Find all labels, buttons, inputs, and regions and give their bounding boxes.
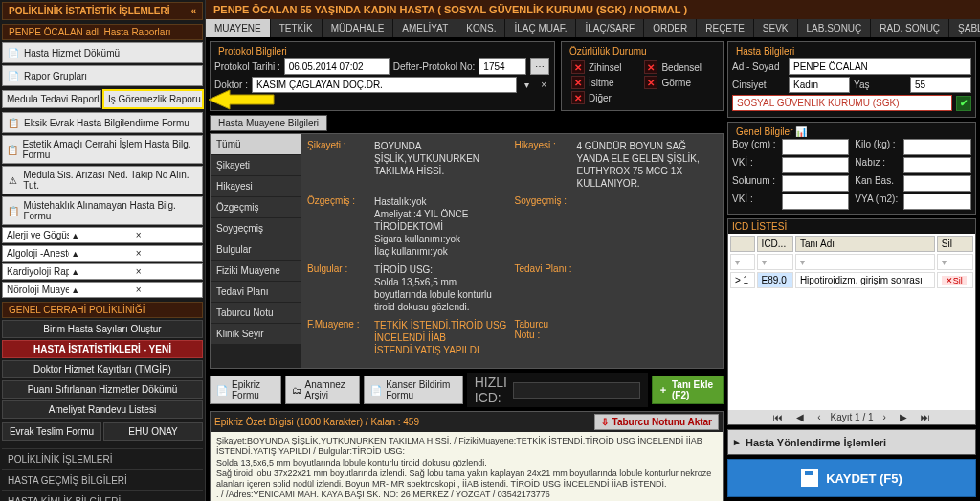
icd-filter[interactable]: ▾ [937, 254, 973, 270]
doktor-input[interactable] [252, 77, 517, 93]
vya-input[interactable] [903, 194, 971, 210]
ozurluluk-bedensel[interactable]: ✕Bedensel [644, 60, 713, 74]
tab-ilasarf[interactable]: İLAÇ/SARF [576, 19, 644, 37]
kilo-input[interactable] [903, 139, 971, 155]
muayene-tab-7[interactable]: Tedavi Planı [211, 282, 301, 303]
tab-mdahale[interactable]: MÜDAHALE [323, 19, 394, 37]
close-icon[interactable]: × [136, 266, 198, 277]
ozurluluk-zihinsel[interactable]: ✕Zihinsel [571, 60, 633, 74]
puani-sifirlanan-button[interactable]: Puanı Sıfırlanan Hizmetler Dökümü [2, 380, 203, 399]
collapse-icon[interactable]: « [190, 6, 196, 16]
protokol-tarih-input[interactable] [284, 58, 390, 75]
tab-tetkik[interactable]: TETKİK [271, 19, 323, 37]
icd-col[interactable]: Sil [937, 236, 973, 252]
muayene-tab-2[interactable]: Hikayesi [211, 176, 301, 197]
muayene-tab-1[interactable]: Şikayeti [211, 155, 301, 176]
mustehak-button[interactable]: 📋Müstehaklık Alınamayan Hasta Bilg. Form… [2, 196, 203, 225]
epikriz-formu-button[interactable]: 📄Epikriz Formu [210, 376, 281, 404]
tab-order[interactable]: ORDER [644, 19, 697, 37]
tab-radsonu[interactable]: RAD. SONUÇ [871, 19, 949, 37]
algoloji-combo[interactable]: Algoloji -Anestezi Polikliniği Formları▲… [2, 245, 203, 262]
nav-hasta-kimlik[interactable]: HASTA KİMLİK BİLGİLERİ [2, 490, 203, 501]
medula-tedavi-button[interactable]: Medula Tedavi Raporları [2, 90, 101, 108]
kurum-input[interactable] [732, 95, 952, 111]
tab-sevk[interactable]: SEVK [754, 19, 798, 37]
kanser-bildirim-button[interactable]: 📄Kanser Bildirim Formu [364, 376, 463, 404]
vki-input[interactable] [782, 157, 850, 173]
icd-filter[interactable]: ▾ [730, 254, 755, 270]
muayene-tab-3[interactable]: Özgeçmiş [211, 197, 301, 218]
pager-next-icon[interactable]: ▶ [896, 412, 911, 422]
close-icon[interactable]: × [136, 230, 198, 240]
pager-last-icon[interactable]: ⏭ [917, 412, 934, 422]
defter-lookup-button[interactable]: ⋯ [530, 58, 549, 75]
vki2-input[interactable] [782, 194, 850, 210]
boy-input[interactable] [782, 139, 850, 155]
icd-pager[interactable]: ⏮ ◀ ‹ Kayıt 1 / 1 › ▶ ⏭ [728, 410, 975, 424]
alerji-combo[interactable]: Alerji ve Gögüs Hastalıkları (Prick) Tes… [2, 227, 203, 243]
birim-hasta-button[interactable]: Birim Hasta Sayıları Oluştur [2, 320, 203, 338]
muayene-tab-4[interactable]: Soygeçmiş [211, 218, 301, 239]
hasta-hizmet-dokumu-button[interactable]: 📄Hasta Hizmet Dökümü [2, 42, 203, 63]
close-icon[interactable]: × [136, 248, 198, 259]
tani-ekle-button[interactable]: ＋Tanı Ekle (F2) [652, 376, 724, 404]
close-icon[interactable]: × [136, 285, 198, 295]
tab-muayene[interactable]: MUAYENE [206, 19, 271, 37]
epikriz-body[interactable]: Şikayet:BOYUNDA ŞİŞLİK,YUTKUNURKEN TAKIL… [211, 432, 723, 501]
kanbas-input[interactable] [903, 175, 971, 192]
tab-ilamuaf[interactable]: İLAÇ MUAF. [505, 19, 576, 37]
kaydet-button[interactable]: KAYDET (F5) [727, 459, 976, 497]
ameliyat-randevu-button[interactable]: Ameliyat Randevu Listesi [2, 400, 203, 419]
icd-col[interactable]: Tanı Adı [795, 236, 935, 252]
eksik-evrak-button[interactable]: 📋Eksik Evrak Hasta Bilgilendirme Formu [2, 112, 203, 133]
ad-soyad-input[interactable] [789, 58, 971, 75]
nav-poliklinik[interactable]: POLİKLİNİK İŞLEMLERİ [2, 448, 203, 469]
icd-col[interactable]: ICD... [757, 236, 793, 252]
tab-ameliyat[interactable]: AMELİYAT [393, 19, 457, 37]
nav-hasta-gecmis[interactable]: HASTA GEÇMİŞ BİLGİLERİ [2, 469, 203, 490]
muayene-tab-5[interactable]: Bulgular [211, 239, 301, 261]
solunum-input[interactable] [782, 175, 850, 192]
dropdown-icon[interactable]: ▾ [521, 80, 533, 90]
tab-labsonu[interactable]: LAB.SONUÇ [798, 19, 872, 37]
pager-prev-icon[interactable]: ◀ [792, 412, 808, 422]
cinsiyet-input[interactable] [789, 77, 850, 93]
muayene-tab-6[interactable]: Fiziki Muayene [211, 261, 301, 282]
kardiyoloji-combo[interactable]: Kardiyoloji Raporları▲× [2, 263, 203, 280]
rapor-gruplari-button[interactable]: 📄Rapor Grupları [2, 65, 203, 86]
medula-ariza-button[interactable]: ⚠Medula Sis. Arızası Ned. Takip No Alın.… [2, 166, 203, 194]
table-row[interactable]: > 1E89.0Hipotiroidizm, girişim sonrası✕S… [730, 272, 973, 288]
ozurluluk-diğer[interactable]: ✕Diğer [571, 91, 633, 104]
tab-kons[interactable]: KONS. [457, 19, 505, 37]
is-goremezlik-button[interactable]: Iş Göremezlik Raporu [103, 90, 203, 108]
delete-button[interactable]: ✕Sil [942, 276, 967, 285]
ozurluluk-i̇sitme[interactable]: ✕İsitme [571, 76, 633, 89]
hasta-yonlendirme-panel[interactable]: ▸ Hasta Yönlendirme İşlemleri [727, 429, 976, 455]
pager-prev2-icon[interactable]: ‹ [813, 412, 824, 422]
evrak-teslim-button[interactable]: Evrak Teslim Formu [2, 422, 101, 441]
taburcu-aktar-button[interactable]: ⇩Taburcu Notunu Aktar [594, 414, 719, 430]
tab-ablon[interactable]: ŞABLON [949, 19, 980, 37]
confirm-icon[interactable]: ✔ [956, 96, 971, 111]
icd-filter[interactable]: ▾ [757, 254, 793, 270]
muayene-tab-0[interactable]: Tümü [211, 134, 301, 155]
defter-input[interactable] [479, 58, 526, 75]
estetik-button[interactable]: 📋Estetik Amaçlı Cerrahi İşlem Hasta Bilg… [2, 135, 203, 164]
muayene-tab-9[interactable]: Klinik Seyir [211, 324, 301, 345]
tab-reete[interactable]: REÇETE [697, 19, 754, 37]
hizli-icd-input[interactable] [513, 382, 640, 399]
pager-next2-icon[interactable]: › [880, 412, 890, 422]
hasta-istatistikleri-button[interactable]: HASTA İSTATİSTİKLERİ - YENİ [2, 340, 203, 358]
ehu-onay-button[interactable]: EHU ONAY [103, 422, 203, 441]
doktor-hizmet-button[interactable]: Doktor Hizmet Kayıtları (TMGİP) [2, 360, 203, 378]
clear-icon[interactable]: × [537, 80, 550, 90]
nabiz-input[interactable] [903, 157, 971, 173]
pager-first-icon[interactable]: ⏮ [769, 412, 787, 422]
noroloji-combo[interactable]: Nöroloji Muayene Testleri▲× [2, 282, 203, 298]
muayene-tab-8[interactable]: Taburcu Notu [211, 303, 301, 324]
icd-filter[interactable]: ▾ [795, 254, 935, 270]
icd-col[interactable] [730, 236, 755, 252]
ozurluluk-görme[interactable]: ✕Görme [644, 76, 713, 89]
yas-input[interactable] [910, 77, 971, 93]
anamnez-arsivi-button[interactable]: 🗂Anamnez Arşivi [285, 376, 361, 404]
